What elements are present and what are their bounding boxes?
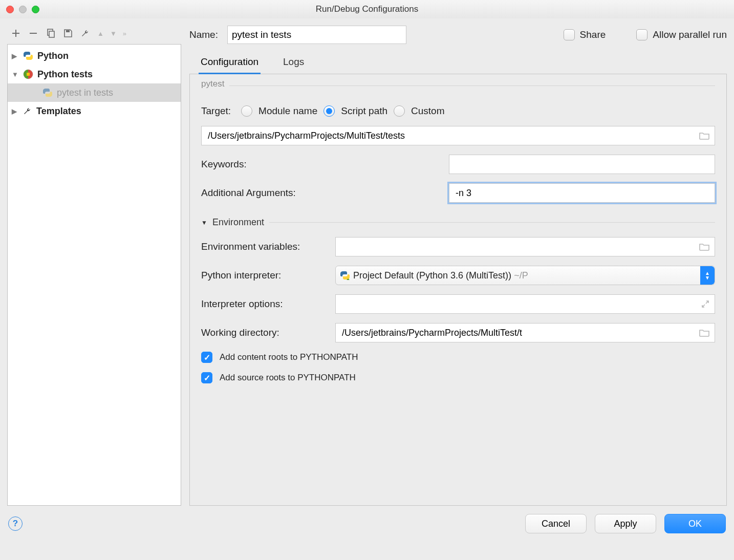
keywords-input[interactable] (455, 156, 709, 173)
expand-icon[interactable]: ▶ (12, 107, 19, 115)
tree-label: Templates (36, 106, 81, 117)
tab-configuration[interactable]: Configuration (199, 53, 261, 74)
keywords-label: Keywords: (201, 159, 319, 170)
interpreter-dropdown[interactable]: Project Default (Python 3.6 (MultiTest))… (335, 266, 715, 285)
ok-button[interactable]: OK (664, 514, 726, 533)
python-icon (340, 270, 350, 281)
config-tabs: Configuration Logs (189, 53, 727, 74)
script-path-input[interactable] (207, 127, 699, 144)
dropdown-toggle-icon[interactable]: ▲▼ (700, 266, 715, 285)
interpreter-label: Python interpreter: (201, 270, 329, 281)
apply-button[interactable]: Apply (595, 514, 656, 533)
help-button[interactable]: ? (8, 516, 23, 531)
args-field[interactable] (449, 183, 715, 203)
move-down-icon[interactable]: ▼ (110, 30, 117, 37)
tree-leaf-pytest[interactable]: pytest in tests (8, 83, 181, 102)
more-icon[interactable]: » (123, 30, 126, 37)
svg-rect-2 (66, 30, 70, 32)
config-tree[interactable]: ▶ Python ▼ Python tests pytest in tests … (7, 44, 181, 506)
name-label: Name: (189, 29, 218, 40)
environment-section-toggle[interactable]: ▼ Environment (201, 217, 715, 228)
content-roots-checkbox[interactable] (201, 352, 212, 363)
tree-label: Python tests (37, 69, 93, 80)
name-input[interactable] (227, 26, 406, 44)
interp-opts-field[interactable] (335, 294, 715, 314)
environment-label: Environment (212, 217, 264, 228)
python-tests-icon (23, 69, 33, 79)
tree-label: pytest in tests (57, 88, 113, 98)
radio-label: Custom (411, 105, 444, 117)
svg-rect-1 (49, 31, 54, 37)
source-roots-checkbox[interactable] (201, 372, 212, 383)
expand-icon[interactable]: ▶ (12, 52, 19, 60)
pytest-icon (42, 88, 53, 98)
interp-opts-input[interactable] (341, 296, 701, 312)
browse-folder-icon[interactable] (699, 243, 709, 251)
python-icon (23, 51, 33, 61)
tab-logs[interactable]: Logs (281, 53, 306, 74)
envvars-field[interactable] (335, 237, 715, 256)
radio-label: Module name (258, 105, 317, 117)
cancel-button[interactable]: Cancel (525, 514, 587, 533)
pytest-group-label: pytest (201, 79, 229, 89)
args-label: Additional Arguments: (201, 187, 319, 199)
share-label: Share (580, 29, 606, 40)
tree-label: Python (37, 51, 69, 61)
wd-label: Working directory: (201, 327, 329, 338)
interp-opts-label: Interpreter options: (201, 298, 329, 310)
wd-input[interactable] (341, 325, 699, 341)
config-toolbar: ▲ ▼ » (7, 26, 181, 44)
envvars-label: Environment variables: (201, 241, 329, 252)
radio-custom[interactable] (394, 105, 405, 117)
parallel-label: Allow parallel run (653, 29, 727, 40)
keywords-field[interactable] (449, 155, 715, 174)
tree-node-templates[interactable]: ▶ Templates (8, 102, 181, 120)
titlebar: Run/Debug Configurations (0, 0, 734, 18)
collapse-icon[interactable]: ▼ (12, 71, 19, 78)
move-up-icon[interactable]: ▲ (97, 30, 104, 37)
interpreter-value: Project Default (Python 3.6 (MultiTest)) (353, 270, 511, 281)
radio-script-path[interactable] (323, 105, 335, 117)
window-title: Run/Debug Configurations (0, 4, 734, 14)
script-path-field[interactable] (201, 126, 715, 145)
target-label: Target: (201, 105, 231, 117)
save-icon[interactable] (62, 28, 74, 39)
interpreter-path-dim: ~/P (511, 270, 528, 281)
svg-rect-4 (27, 73, 30, 76)
collapse-icon: ▼ (201, 219, 207, 226)
share-checkbox[interactable] (564, 29, 575, 40)
source-roots-label: Add source roots to PYTHONPATH (220, 373, 356, 383)
args-input[interactable] (455, 185, 709, 201)
browse-folder-icon[interactable] (699, 132, 709, 140)
radio-label: Script path (341, 105, 387, 117)
wrench-icon (23, 106, 32, 116)
copy-icon[interactable] (45, 28, 56, 39)
remove-icon[interactable] (28, 28, 39, 39)
browse-folder-icon[interactable] (699, 329, 709, 337)
envvars-input[interactable] (341, 239, 699, 255)
radio-module-name[interactable] (241, 105, 252, 117)
add-icon[interactable] (10, 28, 21, 39)
parallel-checkbox[interactable] (636, 29, 647, 40)
wd-field[interactable] (335, 323, 715, 342)
tree-node-python[interactable]: ▶ Python (8, 47, 181, 65)
expand-icon[interactable] (701, 300, 709, 308)
tree-node-python-tests[interactable]: ▼ Python tests (8, 65, 181, 83)
content-roots-label: Add content roots to PYTHONPATH (220, 352, 358, 362)
wrench-icon[interactable] (80, 28, 91, 39)
